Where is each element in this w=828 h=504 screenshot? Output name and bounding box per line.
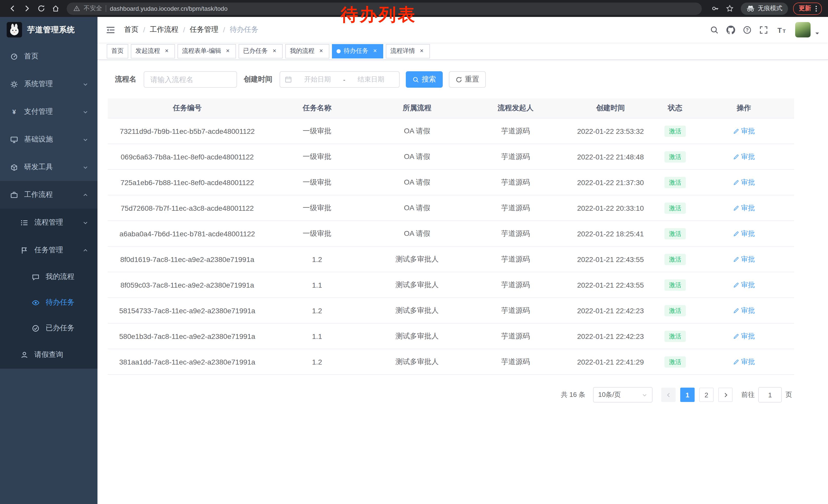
reset-button[interactable]: 重置 xyxy=(449,71,486,88)
sidebar-item-label: 我的流程 xyxy=(46,272,74,281)
approve-link[interactable]: 审批 xyxy=(733,306,755,315)
cell-id: 381aa1dd-7ac8-11ec-a9e2-a2380e71991a xyxy=(108,349,267,374)
browser-chrome: 不安全 dashboard.yudao.iocoder.cn/bpm/task/… xyxy=(0,0,828,17)
edit-icon xyxy=(733,333,739,339)
tab-label: 流程表单-编辑 xyxy=(182,47,221,55)
chevron-right-icon xyxy=(722,392,728,398)
column-header: 任务编号 xyxy=(108,98,267,118)
tab-0[interactable]: 首页 xyxy=(107,44,128,58)
breadcrumb-item[interactable]: 首页 xyxy=(124,25,138,34)
help-icon[interactable]: ? xyxy=(743,26,752,34)
prev-page-button[interactable] xyxy=(661,387,676,402)
approve-link[interactable]: 审批 xyxy=(733,255,755,264)
close-icon[interactable]: × xyxy=(271,47,278,55)
tab-label: 流程详情 xyxy=(390,47,415,55)
browser-menu-kebab-icon[interactable] xyxy=(814,5,819,12)
navbar-actions: ? TT xyxy=(710,22,820,37)
cell-id: 725a1eb6-7b88-11ec-8ef0-acde48001122 xyxy=(108,170,267,195)
breadcrumb-item[interactable]: 工作流程 xyxy=(150,25,178,34)
close-icon[interactable]: × xyxy=(418,47,425,55)
chevron-up-icon xyxy=(83,192,88,198)
sidebar-item-label: 首页 xyxy=(24,52,38,61)
fullscreen-icon[interactable] xyxy=(759,26,768,34)
tab-1[interactable]: 发起流程× xyxy=(131,44,175,58)
pagination: 共 16 条 10条/页 12 前往 页 xyxy=(108,387,792,403)
cell-name: 1.1 xyxy=(267,323,367,349)
approve-link[interactable]: 审批 xyxy=(733,203,755,213)
column-header: 创建时间 xyxy=(564,98,657,118)
approve-link[interactable]: 审批 xyxy=(733,331,755,341)
breadcrumb-item[interactable]: 任务管理 xyxy=(190,25,218,34)
close-icon[interactable]: × xyxy=(163,47,170,55)
sidebar-item-label: 待办任务 xyxy=(46,298,74,307)
password-key-icon[interactable] xyxy=(709,2,721,15)
process-name-input[interactable] xyxy=(143,71,237,88)
tab-label: 我的流程 xyxy=(290,47,315,55)
tab-5[interactable]: 待办任务× xyxy=(332,44,383,58)
cell-id: 58154733-7ac8-11ec-a9e2-a2380e71991a xyxy=(108,297,267,323)
sidebar-item-10[interactable]: 已办任务 xyxy=(0,315,97,341)
approve-link[interactable]: 审批 xyxy=(733,126,755,136)
sidebar-item-5[interactable]: 工作流程 xyxy=(0,181,97,209)
forward-icon[interactable] xyxy=(20,2,33,15)
column-header: 状态 xyxy=(657,98,694,118)
bookmark-star-icon[interactable] xyxy=(723,2,736,15)
sidebar-item-2[interactable]: ¥支付管理 xyxy=(0,98,97,126)
cell-process: OA 请假 xyxy=(367,118,467,144)
sidebar-item-1[interactable]: 系统管理 xyxy=(0,70,97,98)
back-icon[interactable] xyxy=(6,2,18,15)
edit-icon xyxy=(733,256,739,262)
sidebar-item-8[interactable]: 我的流程 xyxy=(0,264,97,290)
cell-status: 激活 xyxy=(657,144,694,170)
tab-2[interactable]: 流程表单-编辑× xyxy=(177,44,236,58)
close-icon[interactable]: × xyxy=(371,47,379,55)
cell-action: 审批 xyxy=(694,195,794,221)
approve-link[interactable]: 审批 xyxy=(733,178,755,187)
github-icon[interactable] xyxy=(727,26,735,34)
sidebar-item-11[interactable]: 请假查询 xyxy=(0,341,97,369)
cell-starter: 芋道源码 xyxy=(467,297,564,323)
update-button[interactable]: 更新 xyxy=(793,2,822,15)
search-icon[interactable] xyxy=(710,26,719,34)
address-bar[interactable]: 不安全 dashboard.yudao.iocoder.cn/bpm/task/… xyxy=(67,2,702,15)
page-button-2[interactable]: 2 xyxy=(699,387,714,402)
tab-4[interactable]: 我的流程× xyxy=(285,44,329,58)
page-button-1[interactable]: 1 xyxy=(680,387,695,402)
page-size-select[interactable]: 10条/页 xyxy=(593,387,653,403)
cell-process: 测试多审批人 xyxy=(367,323,467,349)
tab-3[interactable]: 已办任务× xyxy=(239,44,283,58)
sidebar-toggle-button[interactable] xyxy=(106,25,115,35)
edit-icon xyxy=(733,307,739,314)
tab-label: 待办任务 xyxy=(344,47,368,55)
close-icon[interactable]: × xyxy=(318,47,325,55)
sidebar-item-9[interactable]: 待办任务 xyxy=(0,290,97,315)
security-label: 不安全 xyxy=(84,4,102,13)
sidebar: 芋道管理系统 首页系统管理¥支付管理基础设施研发工具工作流程流程管理任务管理我的… xyxy=(0,17,97,504)
app-logo[interactable]: 芋道管理系统 xyxy=(0,17,97,43)
table-row: 069c6a63-7b8a-11ec-8ef0-acde48001122一级审批… xyxy=(108,144,794,170)
approve-link[interactable]: 审批 xyxy=(733,152,755,161)
cell-created: 2022-01-22 20:33:10 xyxy=(564,195,657,221)
approve-link[interactable]: 审批 xyxy=(733,357,755,366)
sidebar-item-7[interactable]: 任务管理 xyxy=(0,236,97,264)
approve-link[interactable]: 审批 xyxy=(733,280,755,289)
avatar[interactable] xyxy=(795,22,811,37)
sidebar-item-4[interactable]: 研发工具 xyxy=(0,153,97,181)
cell-created: 2022-01-21 22:42:23 xyxy=(564,297,657,323)
next-page-button[interactable] xyxy=(718,387,733,402)
sidebar-item-3[interactable]: 基础设施 xyxy=(0,126,97,153)
search-button[interactable]: 搜索 xyxy=(406,71,443,88)
refresh-icon[interactable] xyxy=(35,2,47,15)
font-size-icon[interactable]: TT xyxy=(776,26,787,34)
close-icon[interactable]: × xyxy=(224,47,232,55)
date-range-picker[interactable]: 开始日期 - 结束日期 xyxy=(280,71,400,88)
cell-name: 一级审批 xyxy=(267,118,367,144)
goto-page-input[interactable] xyxy=(758,387,782,403)
tab-6[interactable]: 流程详情× xyxy=(386,44,430,58)
home-icon[interactable] xyxy=(49,2,61,15)
sidebar-item-0[interactable]: 首页 xyxy=(0,43,97,70)
approve-link[interactable]: 审批 xyxy=(733,229,755,238)
sidebar-item-6[interactable]: 流程管理 xyxy=(0,209,97,236)
edit-icon xyxy=(733,282,739,288)
cell-name: 一级审批 xyxy=(267,170,367,195)
